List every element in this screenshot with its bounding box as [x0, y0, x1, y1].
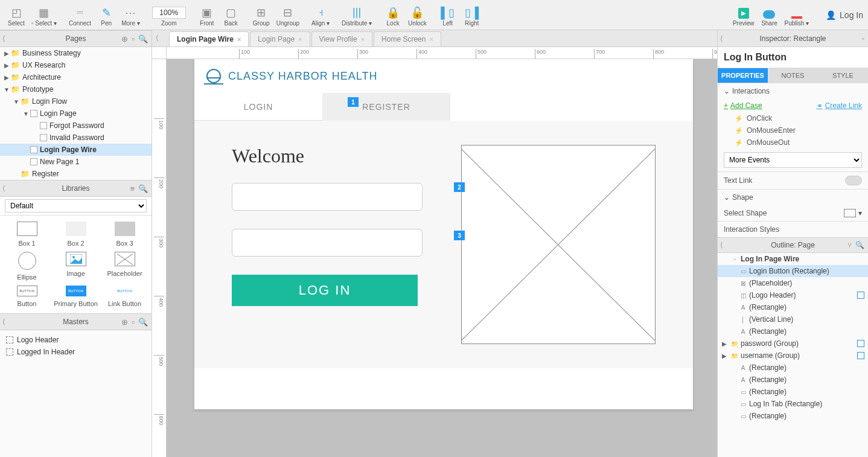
zoom-control[interactable]: 100%Zoom	[150, 2, 188, 28]
pages-tree[interactable]: ▶📁Business Strategy▶📁UX Research▶📁Archit…	[0, 47, 152, 180]
masters-list[interactable]: Logo HeaderLogged In Header	[0, 330, 152, 362]
lib-search-icon[interactable]: 🔍	[138, 184, 148, 193]
search-masters-icon[interactable]: 🔍	[138, 318, 148, 327]
image-placeholder[interactable]	[461, 145, 656, 344]
outline-item[interactable]: A(Rectangle)	[718, 325, 868, 337]
pages-tree-item[interactable]: ▼📁Login Flow	[0, 95, 152, 107]
note-badge-1[interactable]: 1	[348, 97, 359, 107]
library-dropdown[interactable]: Default	[5, 199, 147, 213]
password-input[interactable]	[232, 229, 423, 257]
shape-section-header[interactable]: ⌄Shape	[718, 190, 868, 205]
login-tab[interactable]: LOGIN	[194, 93, 322, 121]
bring-front[interactable]: ▣Front	[196, 2, 219, 28]
group-btn[interactable]: ⊞Group	[250, 2, 273, 28]
pages-tree-item[interactable]: ▶📁Architecture	[0, 71, 152, 83]
align-btn[interactable]: ⫞Align ▾	[309, 2, 332, 28]
panel-pin-icon[interactable]: ⟨	[2, 184, 5, 193]
add-folder-icon[interactable]: ⊕	[121, 34, 128, 43]
pages-tree-item[interactable]: ▼Login Page	[0, 107, 152, 120]
library-widget[interactable]: Image	[53, 252, 99, 281]
username-input[interactable]	[232, 183, 423, 211]
preview-btn[interactable]: ▶Preview	[730, 2, 757, 28]
dock-left-btn[interactable]: ▌▯Left	[436, 2, 459, 28]
pen-tool[interactable]: ✎Pen	[95, 2, 118, 28]
more-tool[interactable]: ⋯More ▾	[119, 2, 142, 28]
panel-pin-icon[interactable]: ⟨	[720, 34, 723, 43]
interaction-styles-header[interactable]: Interaction Styles	[718, 222, 868, 237]
select-tool[interactable]: ◰Select	[5, 2, 28, 28]
close-tab-icon[interactable]: ×	[361, 36, 365, 43]
close-tab-icon[interactable]: ×	[237, 36, 241, 43]
close-tab-icon[interactable]: ×	[298, 36, 302, 43]
inspector-tab-properties[interactable]: PROPERTIES	[718, 68, 768, 83]
pages-tree-item[interactable]: Login Page Wire	[0, 144, 152, 156]
logo-header-master[interactable]: CLASSY HARBOR HEALTH	[194, 59, 693, 93]
outline-tree[interactable]: ▫Log In Page Wire▭Login Button (Rectangl…	[718, 253, 868, 457]
add-master-folder-icon[interactable]: ⊕	[121, 318, 128, 327]
outline-item[interactable]: A(Rectangle)	[718, 362, 868, 374]
master-item[interactable]: Logo Header	[0, 334, 152, 346]
outline-item[interactable]: │(Vertical Line)	[718, 313, 868, 325]
document-tab[interactable]: Login Page Wire×	[169, 31, 249, 46]
share-btn[interactable]: Share	[758, 2, 780, 28]
login-button-widget[interactable]: LOG IN	[232, 275, 418, 306]
connect-tool[interactable]: ⎓Connect	[66, 2, 94, 28]
publish-btn[interactable]: Publish ▾	[782, 2, 811, 28]
library-widget[interactable]: BUTTONPrimary Button	[53, 286, 99, 307]
library-widget[interactable]: BUTTONButton	[4, 286, 50, 307]
pages-tree-item[interactable]: New Page 1	[0, 156, 152, 168]
select-dropdown[interactable]: ▦▫ Select ▾	[29, 2, 59, 28]
tabs-pin-icon[interactable]: ⟨	[156, 34, 159, 42]
more-events-dropdown[interactable]: More Events	[724, 152, 862, 168]
panel-pin-icon[interactable]: ⟨	[2, 34, 5, 43]
note-badge-3[interactable]: 3	[454, 231, 465, 240]
pages-tree-item[interactable]: 📁Register	[0, 168, 152, 180]
add-master-icon[interactable]: ▫	[132, 318, 135, 327]
close-tab-icon[interactable]: ×	[429, 36, 433, 43]
interaction-event[interactable]: ⚡OnMouseOut	[718, 136, 868, 149]
outline-item[interactable]: ▶📁username (Group)	[718, 350, 868, 362]
inspector-tab-style[interactable]: STYLE	[818, 68, 868, 83]
distribute-btn[interactable]: |||Distribute ▾	[339, 2, 374, 28]
interaction-event[interactable]: ⚡OnMouseEnter	[718, 124, 868, 136]
outline-item[interactable]: ▭(Rectangle)	[718, 410, 868, 422]
search-pages-icon[interactable]: 🔍	[138, 34, 148, 43]
send-back[interactable]: ▢Back	[220, 2, 243, 28]
outline-item[interactable]: ▫Log In Page Wire	[718, 253, 868, 265]
library-widget[interactable]: Box 3	[101, 222, 148, 247]
document-tab[interactable]: Home Screen×	[374, 31, 441, 46]
create-link[interactable]: ⚭Create Link	[817, 101, 862, 110]
unlock-btn[interactable]: 🔓Unlock	[406, 2, 429, 28]
library-widget[interactable]: Ellipse	[4, 252, 50, 281]
library-selector[interactable]: Default	[0, 197, 152, 216]
library-widget[interactable]: BUTTONLink Button	[101, 286, 148, 307]
outline-item[interactable]: A(Rectangle)	[718, 301, 868, 313]
login-account-btn[interactable]: 👤Log In	[826, 10, 863, 20]
lock-btn[interactable]: 🔒Lock	[381, 2, 404, 28]
filter-icon[interactable]: ⑂	[847, 241, 852, 249]
outline-item[interactable]: ▭(Rectangle)	[718, 386, 868, 398]
register-tab[interactable]: REGISTER	[322, 93, 450, 121]
interactions-section-header[interactable]: ⌄Interactions	[718, 83, 868, 99]
lib-menu-icon[interactable]: ≡	[130, 184, 135, 193]
inspector-tab-notes[interactable]: NOTES	[768, 68, 818, 83]
outline-item[interactable]: ◫(Logo Header)	[718, 289, 868, 301]
add-case-link[interactable]: +Add Case	[724, 101, 762, 110]
master-item[interactable]: Logged In Header	[0, 346, 152, 358]
outline-item[interactable]: ▭Login Button (Rectangle)	[718, 265, 868, 277]
library-widget[interactable]: Placeholder	[101, 252, 148, 281]
outline-item[interactable]: ⊠(Placeholder)	[718, 277, 868, 289]
dock-right-btn[interactable]: ▯▐Right	[461, 2, 483, 28]
panel-pin-icon[interactable]: ⟨	[2, 318, 5, 326]
text-link-toggle[interactable]	[845, 176, 862, 185]
document-tab[interactable]: Login Page×	[250, 31, 310, 46]
pages-tree-item[interactable]: ▼📁Prototype	[0, 83, 152, 95]
outline-item[interactable]: ▶📁password (Group)	[718, 337, 868, 350]
ungroup-btn[interactable]: ⊟Ungroup	[274, 2, 302, 28]
pages-tree-item[interactable]: Invalid Password	[0, 132, 152, 144]
document-tab[interactable]: View Profile×	[311, 31, 373, 46]
canvas[interactable]: CLASSY HARBOR HEALTH LOGIN REGISTER Welc…	[167, 59, 717, 457]
outline-item[interactable]: ▭Log In Tab (Rectangle)	[718, 398, 868, 410]
pages-tree-item[interactable]: Forgot Password	[0, 120, 152, 132]
pages-tree-item[interactable]: ▶📁UX Research	[0, 59, 152, 71]
